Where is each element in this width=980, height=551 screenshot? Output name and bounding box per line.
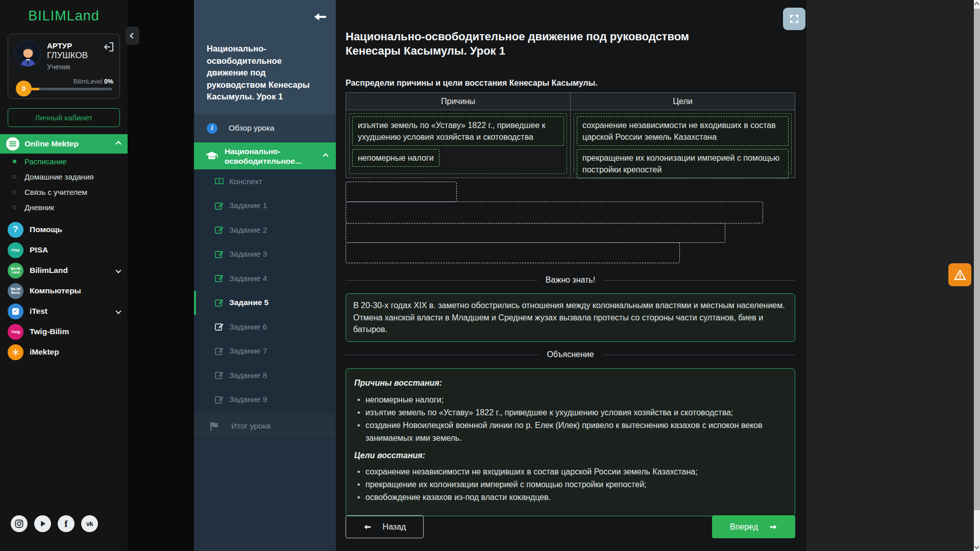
scroll-up-icon[interactable] — [974, 2, 979, 7]
vk-icon[interactable]: vk — [81, 515, 98, 532]
lesson-item-task-2[interactable]: Задание 2 — [194, 218, 336, 242]
sidebar-item-itest[interactable]: ✓ iTest — [0, 301, 128, 321]
causes-goals-table: Причины Цели изъятие земель по «Уставу» … — [346, 92, 795, 178]
bullet-ring-icon — [13, 206, 16, 209]
list-item: изъятие земель по «Уставу» 1822 г., прив… — [357, 406, 787, 419]
imektep-icon — [8, 344, 23, 360]
sidebar-item-computers[interactable]: BILIMBook Компьютеры — [0, 281, 128, 301]
sidebar-item-teacher-contact[interactable]: Связь с учителем — [0, 184, 128, 199]
personal-cabinet-button[interactable]: Личный кабинет — [8, 108, 120, 127]
task-content: Национально-освободительное движение под… — [346, 0, 795, 551]
lesson-overview-item[interactable]: i Обзор урока — [194, 114, 336, 142]
chevron-up-icon — [323, 153, 328, 159]
sidebar-item-online-mektep[interactable]: Online Mektep — [0, 134, 128, 154]
lesson-item-task-3[interactable]: Задание 3 — [194, 242, 336, 267]
lesson-item-task-6[interactable]: Задание 6 — [194, 315, 336, 339]
pencil-square-icon — [214, 370, 224, 380]
user-card: АРТУР ГЛУШКОВ Ученик BilimLevel 0% 0 — [8, 34, 120, 99]
goal-chip[interactable]: сохранение независимости не входивших в … — [577, 116, 789, 146]
back-arrow-icon[interactable] — [313, 11, 327, 22]
pencil-square-icon — [214, 273, 224, 283]
goal-chip[interactable]: прекращение их колонизации империей с по… — [577, 149, 789, 179]
bilimland-icon: BILIMLand — [8, 263, 23, 279]
explanation-box: Причины восстания: непомерные налоги; из… — [346, 368, 795, 516]
sidebar-item-schedule[interactable]: Расписание — [0, 154, 128, 169]
sidebar-item-help[interactable]: ? Помощь — [0, 219, 128, 240]
empty-drag-placeholder[interactable] — [346, 223, 725, 243]
forward-button-label: Вперед — [730, 522, 758, 532]
goals-dropzone[interactable]: сохранение независимости не входивших в … — [574, 113, 792, 174]
instagram-icon[interactable] — [11, 515, 28, 532]
empty-drag-placeholder[interactable] — [346, 242, 680, 263]
scroll-down-icon[interactable] — [974, 544, 979, 549]
back-button-label: Назад — [383, 522, 406, 532]
causes-dropzone[interactable]: изъятие земель по «Уставу» 1822 г., прив… — [349, 113, 567, 174]
logout-icon[interactable] — [103, 41, 114, 53]
cause-chip[interactable]: непомерные налоги — [352, 149, 439, 167]
lesson-item-task-1[interactable]: Задание 1 — [194, 194, 336, 218]
pencil-square-icon — [214, 201, 224, 211]
explanation-goals-title: Цели восстания: — [354, 449, 787, 462]
lesson-item-task-8[interactable]: Задание 8 — [194, 363, 336, 388]
user-last-name: ГЛУШКОВ — [47, 51, 88, 61]
section-label: Компьютеры — [30, 286, 120, 295]
section-label: Twig-Bilim — [30, 327, 120, 336]
level-progress-bar — [31, 88, 112, 90]
arrow-left-icon — [363, 523, 373, 531]
empty-drag-placeholder[interactable] — [346, 202, 763, 223]
sidebar-item-imektep[interactable]: iMektep — [0, 342, 128, 362]
sidebar-collapse-button[interactable] — [126, 27, 139, 45]
facebook-icon[interactable]: f — [58, 515, 75, 532]
explanation-causes-list: непомерные налоги; изъятие земель по «Ус… — [354, 393, 787, 444]
expand-icon — [788, 13, 800, 25]
avatar[interactable] — [14, 40, 41, 67]
lesson-item-task-4[interactable]: Задание 4 — [194, 266, 336, 291]
level-progress-fill — [31, 88, 39, 90]
scrollbar-thumb[interactable] — [974, 9, 980, 510]
lesson-item-label: Задание 6 — [229, 322, 267, 332]
lesson-item-label: Конспект — [229, 177, 262, 186]
chevron-down-icon — [115, 267, 121, 273]
back-button[interactable]: Назад — [346, 515, 424, 538]
fullscreen-button[interactable] — [783, 8, 805, 30]
pencil-square-icon — [214, 225, 224, 235]
lesson-header: Национально-освободительное движение под… — [194, 0, 336, 114]
bilim-level-value: 0% — [104, 78, 113, 85]
pencil-square-icon — [214, 322, 224, 332]
lesson-summary-item[interactable]: Итог урока — [194, 413, 336, 439]
explanation-causes-title: Причины восстания: — [354, 377, 787, 389]
online-mektep-submenu: Расписание Домашние задания Связь с учит… — [0, 154, 128, 215]
lesson-section-header[interactable]: Национально-освободительное... — [194, 142, 336, 169]
lesson-item-label: Задание 8 — [229, 371, 267, 380]
main-area: Национально-освободительное движение под… — [336, 0, 974, 551]
forward-button[interactable]: Вперед — [712, 515, 795, 538]
list-item: прекращение их колонизации империей с по… — [357, 478, 787, 491]
explanation-title: Объяснение — [547, 350, 594, 359]
source-placeholders — [346, 182, 795, 263]
bilimland-logo: BILIMLand — [0, 8, 128, 24]
level-badge: 0 — [16, 81, 32, 96]
section-label: iMektep — [30, 347, 120, 357]
lesson-item-task-9[interactable]: Задание 9 — [194, 388, 336, 412]
task-instruction: Распредели причины и цели восстания Кене… — [346, 79, 598, 88]
user-role: Ученик — [47, 63, 70, 71]
info-icon: i — [207, 123, 217, 134]
sidebar-item-bilimland[interactable]: BILIMLand BilimLand — [0, 260, 128, 281]
report-problem-button[interactable] — [948, 263, 971, 286]
sidebar-item-pisa[interactable]: PISA PISA — [0, 240, 128, 260]
lesson-summary-label: Итог урока — [231, 421, 271, 431]
itest-icon: ✓ — [8, 304, 23, 319]
sidebar-item-diary[interactable]: Дневник — [0, 199, 128, 215]
lesson-item-task-7[interactable]: Задание 7 — [194, 339, 336, 364]
social-links: f vk — [11, 515, 98, 532]
lesson-item-konspekt[interactable]: Конспект — [194, 169, 336, 194]
page-scrollbar[interactable] — [974, 0, 980, 551]
pencil-square-icon — [214, 346, 224, 356]
cause-chip[interactable]: изъятие земель по «Уставу» 1822 г., прив… — [352, 116, 564, 146]
lesson-item-task-5[interactable]: Задание 5 — [194, 291, 336, 315]
sidebar-item-homework[interactable]: Домашние задания — [0, 169, 128, 184]
youtube-icon[interactable] — [34, 515, 51, 532]
sidebar-item-twig-bilim[interactable]: Twig Twig-Bilim — [0, 321, 128, 342]
pencil-square-icon — [214, 298, 224, 308]
empty-drag-placeholder[interactable] — [346, 182, 457, 202]
